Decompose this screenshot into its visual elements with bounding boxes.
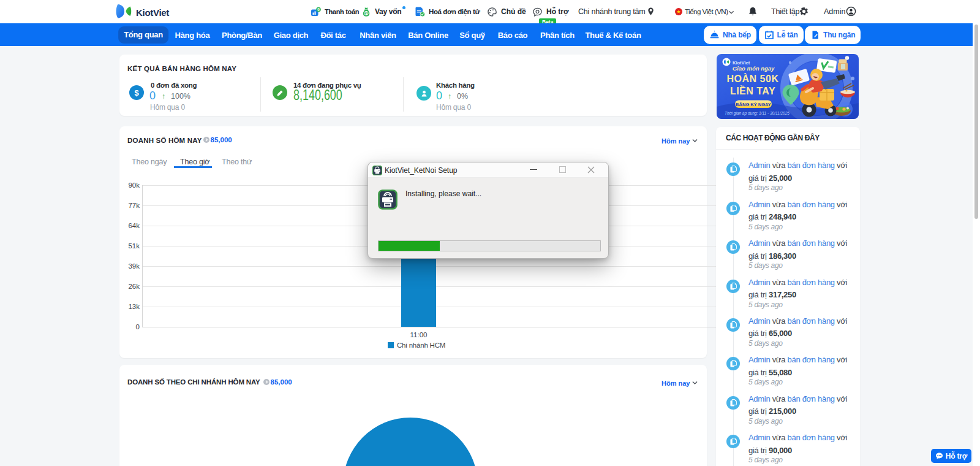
svg-text:HOÀN 50K: HOÀN 50K bbox=[727, 73, 779, 84]
svg-text:Thời gian áp dụng: 1/11 - 30/1: Thời gian áp dụng: 1/11 - 30/11/2025 bbox=[725, 111, 790, 116]
svg-text:0: 0 bbox=[317, 7, 320, 12]
svg-text:LIỀN TAY: LIỀN TAY bbox=[730, 85, 775, 96]
svg-text:ĐĂNG KÝ NGAY: ĐĂNG KÝ NGAY bbox=[736, 102, 771, 107]
svg-text:Giao món ngay: Giao món ngay bbox=[733, 65, 775, 72]
svg-text:$: $ bbox=[365, 11, 368, 16]
